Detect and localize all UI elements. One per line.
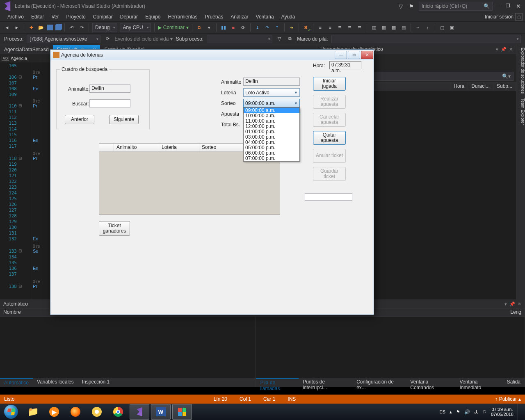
indent-left-icon[interactable]: ≡ — [317, 24, 324, 31]
window-titlebar[interactable]: Agencia de loterias — ▭ ✕ — [50, 50, 374, 60]
align2-icon[interactable]: ≣ — [346, 24, 354, 31]
col-leng[interactable]: Leng — [507, 309, 525, 316]
col-animalito[interactable]: Animalito — [114, 144, 159, 152]
redo-icon[interactable]: ↷ — [78, 24, 85, 31]
chrome-icon[interactable] — [108, 404, 128, 420]
iniciar-button[interactable]: Iniciar jugada — [313, 77, 346, 91]
media-player-icon[interactable]: ▶ — [44, 404, 64, 420]
tab-inspeccion[interactable]: Inspección 1 — [78, 378, 114, 387]
align3-icon[interactable]: ≣ — [356, 24, 363, 31]
tab-pila[interactable]: Pila de llamadas — [256, 378, 299, 387]
indent-right-icon[interactable]: ≡ — [326, 24, 334, 31]
nav-fwd-icon[interactable]: ► — [13, 24, 21, 31]
stop-icon[interactable]: ■ — [230, 24, 237, 31]
clock[interactable]: 07:39 a.m. 07/05/2018 — [491, 407, 514, 417]
menu-ventana[interactable]: Ventana — [253, 13, 277, 21]
process-combo[interactable]: [7088] Agencia.vshost.exe — [27, 35, 100, 43]
visual-studio-icon[interactable] — [130, 404, 149, 420]
start-button[interactable] — [0, 404, 22, 420]
snap-icon[interactable]: ▢ — [438, 24, 446, 31]
menu-proyecto[interactable]: Proyecto — [63, 13, 89, 21]
menu-pruebas[interactable]: Pruebas — [202, 13, 227, 21]
layout2-icon[interactable]: ▦ — [380, 24, 388, 31]
pin-icon[interactable]: 📌 — [509, 301, 515, 307]
col-loteria[interactable]: Loteria — [159, 144, 199, 152]
tab-dataset[interactable]: AgenciaDataSet.xsd — [0, 45, 53, 54]
save-all-icon[interactable] — [55, 25, 61, 30]
pause-icon[interactable]: ▮▮ — [220, 24, 227, 31]
chrome-canary-icon[interactable] — [87, 404, 107, 420]
notifications-icon[interactable]: ▽ — [397, 3, 404, 9]
stackframe-combo[interactable] — [331, 35, 521, 43]
network-icon[interactable]: 🖧 — [474, 409, 479, 414]
tab-breakpoints[interactable]: Puntos de interrupci... — [299, 378, 352, 387]
layout3-icon[interactable]: ▩ — [390, 24, 397, 31]
menu-equipo[interactable]: Equipo — [142, 13, 164, 21]
lifecycle-icon[interactable]: ⟳ — [104, 35, 111, 43]
buscar-input[interactable] — [89, 99, 130, 107]
config-combo[interactable]: Debug — [92, 23, 117, 32]
menu-ayuda[interactable]: Ayuda — [278, 13, 299, 21]
lang-indicator[interactable]: ES — [439, 409, 445, 414]
action-center-icon[interactable]: ⚑ — [456, 409, 460, 415]
menu-archivo[interactable]: Archivo — [4, 13, 27, 21]
tray-up-icon[interactable]: ▴ — [450, 409, 452, 415]
restart-icon[interactable]: ⟳ — [240, 24, 247, 31]
continue-button[interactable]: ▶ Continuar ▾ — [158, 25, 189, 30]
menu-compilar[interactable]: Compilar — [90, 13, 116, 21]
menu-depurar[interactable]: Depurar — [117, 13, 141, 21]
layout4-icon[interactable]: ▤ — [400, 24, 407, 31]
close-button[interactable]: ✕ — [361, 51, 373, 59]
winforms-app-icon[interactable] — [172, 404, 192, 420]
quitar-button[interactable]: Quitar apuesta — [313, 131, 346, 145]
new-project-icon[interactable]: ✚ — [27, 24, 35, 31]
minimize-icon[interactable]: — — [495, 3, 500, 9]
sorteo-option[interactable]: 07:00:00 p.m. — [244, 156, 299, 161]
menu-ver[interactable]: Ver — [48, 13, 62, 21]
step-over-icon[interactable]: ↷ — [264, 24, 271, 31]
quick-launch-input[interactable]: Inicio rápido (Ctrl+Q) 🔍 — [419, 2, 493, 11]
filter-icon[interactable]: ▽ — [276, 35, 283, 43]
layout-icon[interactable]: ▥ — [370, 24, 378, 31]
close-panel-icon[interactable]: ✕ — [518, 301, 521, 307]
show-next-icon[interactable]: ➜ — [288, 24, 295, 31]
team-explorer-tab[interactable]: Team Explorer — [516, 98, 525, 125]
avatar-icon[interactable]: ▢ — [515, 13, 523, 21]
spacing2-icon[interactable]: ↕ — [424, 24, 431, 31]
sorteo-combo[interactable]: 09:00:00 a.m.▼ — [243, 99, 300, 107]
flag-icon[interactable]: ⚐ — [483, 409, 487, 415]
siguiente-button[interactable]: Siguiente — [109, 115, 139, 124]
dropdown-icon[interactable]: ▾ — [504, 301, 507, 307]
restore-icon[interactable]: ❐ — [506, 3, 510, 9]
anterior-button[interactable]: Anterior — [65, 115, 94, 124]
volume-icon[interactable]: 🔊 — [464, 409, 470, 415]
show-desktop-button[interactable] — [518, 404, 523, 420]
open-icon[interactable]: 📂 — [37, 24, 45, 31]
word-icon[interactable]: W — [151, 404, 171, 420]
close-panel-icon[interactable]: ✕ — [509, 47, 513, 52]
tab-salida[interactable]: Salida — [503, 378, 525, 387]
tab-inmediato[interactable]: Ventana Inmediato — [455, 378, 502, 387]
loteria-combo[interactable]: Loto Activo▼ — [243, 88, 300, 97]
pin-icon[interactable]: 📌 — [501, 47, 507, 52]
tab-comandos[interactable]: Ventana Comandos — [406, 378, 455, 387]
explorer-icon[interactable]: 📁 — [23, 404, 43, 420]
step-into-icon[interactable]: ↧ — [254, 24, 261, 31]
step-out-icon[interactable]: ↥ — [274, 24, 281, 31]
scope-combo[interactable]: Agencia — [11, 56, 27, 61]
thread-combo[interactable] — [207, 35, 272, 43]
signin-link[interactable]: Iniciar sesión — [485, 14, 514, 20]
misc-tool-icon[interactable]: ▾ — [205, 24, 213, 31]
menu-herramientas[interactable]: Herramientas — [165, 13, 201, 21]
col-nombre[interactable]: Nombre — [0, 309, 24, 316]
sorteo-dropdown-list[interactable]: 09:00:00 a.m. 10:00:00 a.m. 11:00:00 a.m… — [243, 107, 300, 162]
platform-combo[interactable]: Any CPU — [120, 23, 151, 32]
threads-icon[interactable]: ⧉ — [286, 35, 294, 43]
tab-locales[interactable]: Variables locales — [33, 378, 78, 387]
tab-exconfig[interactable]: Configuración de ex... — [352, 378, 406, 387]
undo-icon[interactable]: ↶ — [68, 24, 75, 31]
lifecycle-label[interactable]: Eventos del ciclo de vida ▾ — [114, 36, 172, 42]
ticket-ganadores-button[interactable]: Ticket ganadores — [99, 221, 130, 236]
menu-editar[interactable]: Editar — [28, 13, 47, 21]
firefox-icon[interactable] — [66, 404, 85, 420]
